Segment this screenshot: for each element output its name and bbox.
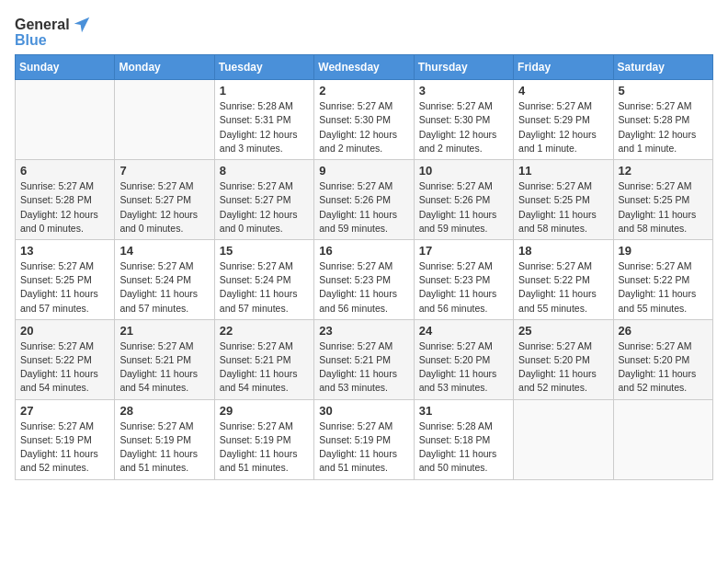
day-info: Sunrise: 5:27 AM Sunset: 5:26 PM Dayligh… — [419, 179, 508, 236]
day-number: 2 — [319, 84, 408, 98]
calendar-day-cell: 1Sunrise: 5:28 AM Sunset: 5:31 PM Daylig… — [214, 80, 313, 160]
day-number: 31 — [419, 404, 508, 418]
day-info: Sunrise: 5:27 AM Sunset: 5:22 PM Dayligh… — [20, 339, 109, 396]
logo-blue-text: Blue — [15, 31, 47, 49]
day-info: Sunrise: 5:27 AM Sunset: 5:21 PM Dayligh… — [220, 339, 309, 396]
day-info: Sunrise: 5:27 AM Sunset: 5:28 PM Dayligh… — [20, 179, 109, 236]
calendar-day-cell: 7Sunrise: 5:27 AM Sunset: 5:27 PM Daylig… — [115, 160, 214, 240]
calendar-day-cell — [16, 80, 115, 160]
day-number: 8 — [220, 164, 309, 178]
calendar-day-cell: 31Sunrise: 5:28 AM Sunset: 5:18 PM Dayli… — [414, 399, 513, 479]
weekday-header-saturday: Saturday — [613, 55, 712, 80]
day-number: 3 — [419, 84, 508, 98]
day-info: Sunrise: 5:27 AM Sunset: 5:20 PM Dayligh… — [619, 339, 708, 396]
day-info: Sunrise: 5:27 AM Sunset: 5:25 PM Dayligh… — [518, 179, 608, 236]
logo-bird-icon — [72, 15, 92, 35]
calendar-day-cell: 30Sunrise: 5:27 AM Sunset: 5:19 PM Dayli… — [314, 399, 414, 479]
day-info: Sunrise: 5:27 AM Sunset: 5:22 PM Dayligh… — [619, 259, 708, 316]
day-number: 7 — [119, 164, 209, 178]
calendar-table: SundayMondayTuesdayWednesdayThursdayFrid… — [15, 54, 713, 479]
day-number: 18 — [518, 244, 608, 258]
calendar-day-cell: 21Sunrise: 5:27 AM Sunset: 5:21 PM Dayli… — [115, 319, 214, 399]
day-number: 1 — [220, 84, 309, 98]
day-number: 14 — [119, 244, 209, 258]
day-number: 5 — [619, 84, 708, 98]
day-number: 30 — [319, 404, 408, 418]
day-number: 12 — [619, 164, 708, 178]
calendar-header-row: SundayMondayTuesdayWednesdayThursdayFrid… — [16, 55, 713, 80]
day-info: Sunrise: 5:27 AM Sunset: 5:30 PM Dayligh… — [419, 99, 508, 155]
calendar-day-cell: 26Sunrise: 5:27 AM Sunset: 5:20 PM Dayli… — [613, 319, 712, 399]
calendar-day-cell: 14Sunrise: 5:27 AM Sunset: 5:24 PM Dayli… — [115, 239, 214, 319]
day-info: Sunrise: 5:28 AM Sunset: 5:31 PM Dayligh… — [220, 99, 309, 155]
day-info: Sunrise: 5:27 AM Sunset: 5:24 PM Dayligh… — [220, 259, 309, 316]
day-info: Sunrise: 5:27 AM Sunset: 5:24 PM Dayligh… — [119, 259, 209, 316]
calendar-day-cell: 15Sunrise: 5:27 AM Sunset: 5:24 PM Dayli… — [214, 239, 313, 319]
calendar-day-cell: 11Sunrise: 5:27 AM Sunset: 5:25 PM Dayli… — [514, 160, 613, 240]
day-info: Sunrise: 5:27 AM Sunset: 5:29 PM Dayligh… — [518, 99, 608, 155]
day-number: 20 — [20, 324, 109, 338]
calendar-day-cell: 13Sunrise: 5:27 AM Sunset: 5:25 PM Dayli… — [16, 239, 115, 319]
day-number: 27 — [20, 404, 109, 418]
calendar-day-cell: 4Sunrise: 5:27 AM Sunset: 5:29 PM Daylig… — [514, 80, 613, 160]
calendar-day-cell: 19Sunrise: 5:27 AM Sunset: 5:22 PM Dayli… — [613, 239, 712, 319]
page-header: General Blue — [15, 15, 713, 49]
day-info: Sunrise: 5:27 AM Sunset: 5:23 PM Dayligh… — [319, 259, 408, 316]
calendar-day-cell — [115, 80, 214, 160]
calendar-week-row: 20Sunrise: 5:27 AM Sunset: 5:22 PM Dayli… — [16, 319, 713, 399]
day-number: 28 — [119, 404, 209, 418]
calendar-day-cell — [514, 399, 613, 479]
calendar-day-cell: 20Sunrise: 5:27 AM Sunset: 5:22 PM Dayli… — [16, 319, 115, 399]
day-info: Sunrise: 5:27 AM Sunset: 5:19 PM Dayligh… — [20, 419, 109, 476]
calendar-day-cell: 6Sunrise: 5:27 AM Sunset: 5:28 PM Daylig… — [16, 160, 115, 240]
weekday-header-tuesday: Tuesday — [214, 55, 313, 80]
weekday-header-wednesday: Wednesday — [314, 55, 414, 80]
calendar-day-cell: 24Sunrise: 5:27 AM Sunset: 5:20 PM Dayli… — [414, 319, 513, 399]
day-number: 10 — [419, 164, 508, 178]
day-info: Sunrise: 5:27 AM Sunset: 5:27 PM Dayligh… — [220, 179, 309, 236]
day-info: Sunrise: 5:27 AM Sunset: 5:26 PM Dayligh… — [319, 179, 408, 236]
calendar-day-cell: 28Sunrise: 5:27 AM Sunset: 5:19 PM Dayli… — [115, 399, 214, 479]
weekday-header-thursday: Thursday — [414, 55, 513, 80]
day-info: Sunrise: 5:27 AM Sunset: 5:19 PM Dayligh… — [119, 419, 209, 476]
calendar-day-cell: 9Sunrise: 5:27 AM Sunset: 5:26 PM Daylig… — [314, 160, 414, 240]
calendar-week-row: 6Sunrise: 5:27 AM Sunset: 5:28 PM Daylig… — [16, 160, 713, 240]
weekday-header-friday: Friday — [514, 55, 613, 80]
day-number: 25 — [518, 324, 608, 338]
day-number: 23 — [319, 324, 408, 338]
day-info: Sunrise: 5:27 AM Sunset: 5:28 PM Dayligh… — [619, 99, 708, 155]
day-info: Sunrise: 5:27 AM Sunset: 5:20 PM Dayligh… — [518, 339, 608, 396]
calendar-day-cell: 17Sunrise: 5:27 AM Sunset: 5:23 PM Dayli… — [414, 239, 513, 319]
day-number: 4 — [518, 84, 608, 98]
day-number: 17 — [419, 244, 508, 258]
calendar-day-cell: 8Sunrise: 5:27 AM Sunset: 5:27 PM Daylig… — [214, 160, 313, 240]
calendar-day-cell: 3Sunrise: 5:27 AM Sunset: 5:30 PM Daylig… — [414, 80, 513, 160]
day-number: 11 — [518, 164, 608, 178]
day-info: Sunrise: 5:27 AM Sunset: 5:23 PM Dayligh… — [419, 259, 508, 316]
calendar-day-cell: 5Sunrise: 5:27 AM Sunset: 5:28 PM Daylig… — [613, 80, 712, 160]
day-info: Sunrise: 5:27 AM Sunset: 5:20 PM Dayligh… — [419, 339, 508, 396]
day-number: 29 — [220, 404, 309, 418]
day-number: 22 — [220, 324, 309, 338]
calendar-day-cell: 12Sunrise: 5:27 AM Sunset: 5:25 PM Dayli… — [613, 160, 712, 240]
calendar-week-row: 27Sunrise: 5:27 AM Sunset: 5:19 PM Dayli… — [16, 399, 713, 479]
logo-container: General Blue — [15, 15, 92, 49]
logo: General Blue — [15, 15, 92, 49]
day-info: Sunrise: 5:27 AM Sunset: 5:30 PM Dayligh… — [319, 99, 408, 155]
day-number: 15 — [220, 244, 309, 258]
calendar-day-cell: 18Sunrise: 5:27 AM Sunset: 5:22 PM Dayli… — [514, 239, 613, 319]
day-info: Sunrise: 5:27 AM Sunset: 5:27 PM Dayligh… — [119, 179, 209, 236]
day-info: Sunrise: 5:27 AM Sunset: 5:25 PM Dayligh… — [619, 179, 708, 236]
calendar-day-cell: 10Sunrise: 5:27 AM Sunset: 5:26 PM Dayli… — [414, 160, 513, 240]
day-number: 13 — [20, 244, 109, 258]
day-info: Sunrise: 5:27 AM Sunset: 5:19 PM Dayligh… — [319, 419, 408, 476]
day-info: Sunrise: 5:27 AM Sunset: 5:25 PM Dayligh… — [20, 259, 109, 316]
day-number: 21 — [119, 324, 209, 338]
day-number: 26 — [619, 324, 708, 338]
calendar-day-cell: 23Sunrise: 5:27 AM Sunset: 5:21 PM Dayli… — [314, 319, 414, 399]
calendar-week-row: 1Sunrise: 5:28 AM Sunset: 5:31 PM Daylig… — [16, 80, 713, 160]
calendar-day-cell: 29Sunrise: 5:27 AM Sunset: 5:19 PM Dayli… — [214, 399, 313, 479]
day-number: 19 — [619, 244, 708, 258]
day-number: 6 — [20, 164, 109, 178]
weekday-header-sunday: Sunday — [16, 55, 115, 80]
